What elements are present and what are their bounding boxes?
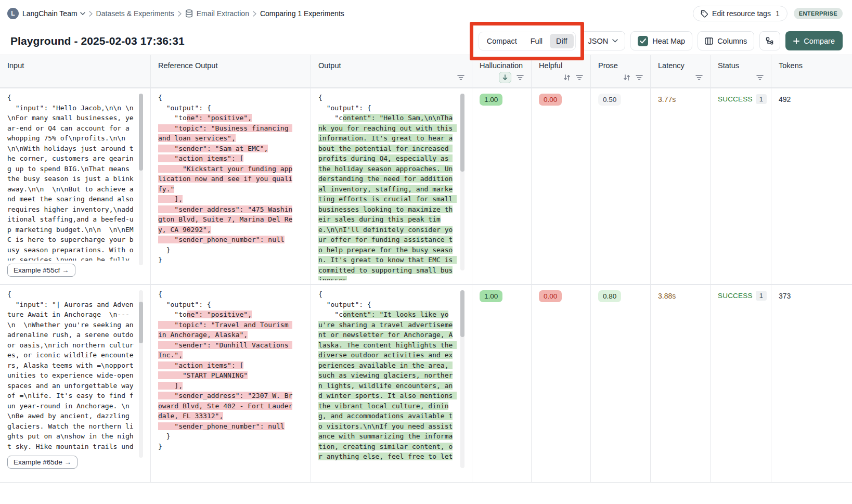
tree-view-icon <box>766 37 774 45</box>
sort-icon[interactable] <box>623 74 630 81</box>
reference-output-code-block: { "output": { "tone": "positive", "topic… <box>158 93 295 265</box>
tag-icon <box>701 10 708 18</box>
score-badge: 1.00 <box>480 94 502 106</box>
plus-icon <box>793 38 799 44</box>
chevron-right-icon <box>253 11 256 17</box>
output-code-block: { "output": { "content": "Hello Sam,\n\n… <box>318 93 456 280</box>
column-header-latency: Latency <box>651 55 711 88</box>
columns-label: Columns <box>717 37 747 45</box>
tokens-cell: 492 <box>771 88 852 285</box>
status-label: SUCCESS <box>718 94 753 103</box>
columns-button[interactable]: Columns <box>698 31 754 50</box>
filter-icon[interactable] <box>695 75 703 80</box>
tree-view-button[interactable] <box>759 31 780 50</box>
status-count-badge: 1 <box>756 94 767 104</box>
latency-value: 3.77s <box>658 94 676 104</box>
score-badge: 0.00 <box>539 290 562 302</box>
code-text: { "input": "Hello Jacob,\n\n \n\nFor man… <box>7 94 137 261</box>
input-cell[interactable]: { "input": "Hello Jacob,\n\n \n\nFor man… <box>0 88 151 285</box>
team-avatar: L <box>7 8 19 19</box>
prose-cell: 0.80 <box>591 285 651 483</box>
chevron-right-icon <box>178 11 182 17</box>
edit-resource-tags-button[interactable]: Edit resource tags 1 <box>693 6 788 21</box>
score-badge: 0.00 <box>539 94 562 106</box>
heat-map-label: Heat Map <box>652 37 685 45</box>
team-switcher[interactable]: LangChain Team <box>22 9 85 18</box>
chevron-down-icon <box>612 39 618 43</box>
sort-descending-icon[interactable] <box>499 72 511 83</box>
format-select-value: JSON <box>588 37 609 45</box>
view-mode-segmented-control: Compact Full Diff <box>479 32 576 50</box>
team-name: LangChain Team <box>22 9 78 18</box>
table-row: { "input": "Hello Jacob,\n\n \n\nFor man… <box>0 88 852 285</box>
sort-icon[interactable] <box>563 74 571 81</box>
status-cell: SUCCESS 1 <box>711 285 771 483</box>
filter-icon[interactable] <box>517 75 524 80</box>
helpful-cell: 0.00 <box>532 88 591 285</box>
score-badge: 1.00 <box>480 290 502 302</box>
filter-icon[interactable] <box>636 75 643 80</box>
example-link-button[interactable]: Example #65de → <box>7 456 78 469</box>
status-cell: SUCCESS 1 <box>711 88 771 285</box>
heat-map-toggle[interactable]: Heat Map <box>630 31 692 50</box>
score-badge: 0.80 <box>598 290 621 302</box>
table-row: { "input": "| Auroras and Adventure Awai… <box>0 285 852 483</box>
column-header-prose: Prose <box>591 55 651 88</box>
status-label: SUCCESS <box>718 290 753 300</box>
latency-cell: 3.88s <box>651 285 711 483</box>
column-header-status: Status <box>711 55 771 88</box>
breadcrumb: L LangChain Team Datasets & Experiments … <box>7 8 344 19</box>
database-icon <box>185 9 193 18</box>
tokens-value: 373 <box>779 290 791 300</box>
prose-cell: 0.50 <box>591 88 651 285</box>
code-text: { "input": "| Auroras and Adventure Awai… <box>7 290 137 453</box>
input-code-block: { "input": "Hello Jacob,\n\n \n\nFor man… <box>7 93 137 261</box>
column-header-tokens: Tokens <box>771 55 852 88</box>
output-cell[interactable]: { "output": { "content": "Hello Sam,\n\n… <box>311 88 472 285</box>
results-table-header: Input Reference Output Output Hallucinat… <box>0 55 852 88</box>
checkbox-checked-icon <box>638 36 648 46</box>
view-mode-full[interactable]: Full <box>524 34 549 48</box>
tokens-value: 492 <box>779 94 791 104</box>
latency-value: 3.88s <box>658 290 676 300</box>
scrollbar-thumb[interactable] <box>460 290 464 337</box>
filter-icon[interactable] <box>576 75 583 80</box>
output-code-block: { "output": { "content": "It looks like … <box>318 289 456 462</box>
breadcrumb-datasets[interactable]: Datasets & Experiments <box>96 9 174 18</box>
resource-tags-count: 1 <box>776 9 780 18</box>
view-mode-diff[interactable]: Diff <box>550 34 574 48</box>
diff-segment-removed: ne": "positive", "topic": "Travel and To… <box>158 311 292 430</box>
scrollbar-thumb[interactable] <box>460 94 464 172</box>
column-header-helpful: Helpful <box>532 55 591 88</box>
edit-resource-tags-label: Edit resource tags <box>712 9 771 18</box>
format-select[interactable]: JSON <box>581 31 626 50</box>
filter-icon[interactable] <box>756 75 764 80</box>
column-header-hallucination: Hallucination <box>472 55 532 88</box>
filter-icon[interactable] <box>457 75 464 80</box>
diff-segment-plain: } } <box>158 246 170 264</box>
reference-output-cell[interactable]: { "output": { "tone": "positive", "topic… <box>151 88 311 285</box>
chevron-right-icon <box>89 11 93 17</box>
example-link-button[interactable]: Example #55cf → <box>7 264 75 277</box>
diff-segment-added: ontent": "Hello Sam,\n\nThank you for re… <box>318 114 457 280</box>
input-cell[interactable]: { "input": "| Auroras and Adventure Awai… <box>0 285 151 483</box>
column-header-input: Input <box>0 55 151 88</box>
hallucination-cell: 1.00 <box>472 88 532 285</box>
top-bar: L LangChain Team Datasets & Experiments … <box>0 0 852 27</box>
reference-output-cell[interactable]: { "output": { "tone": "positive", "topic… <box>151 285 311 483</box>
view-mode-compact[interactable]: Compact <box>481 34 523 48</box>
chevron-down-icon <box>80 12 85 15</box>
reference-output-code-block: { "output": { "tone": "positive", "topic… <box>158 289 295 451</box>
compare-button[interactable]: Compare <box>785 31 843 50</box>
latency-cell: 3.77s <box>651 88 711 285</box>
output-cell[interactable]: { "output": { "content": "It looks like … <box>311 285 472 483</box>
scrollbar-thumb[interactable] <box>139 94 143 171</box>
status-count-badge: 1 <box>756 291 767 301</box>
scrollbar-thumb[interactable] <box>139 302 143 343</box>
hallucination-cell: 1.00 <box>472 285 532 483</box>
column-header-output: Output <box>311 55 472 88</box>
column-header-reference-output: Reference Output <box>151 55 311 88</box>
plan-badge: ENTERPRISE <box>794 8 843 19</box>
breadcrumb-current: Comparing 1 Experiments <box>260 9 344 18</box>
breadcrumb-dataset-name[interactable]: Email Extraction <box>197 9 249 18</box>
